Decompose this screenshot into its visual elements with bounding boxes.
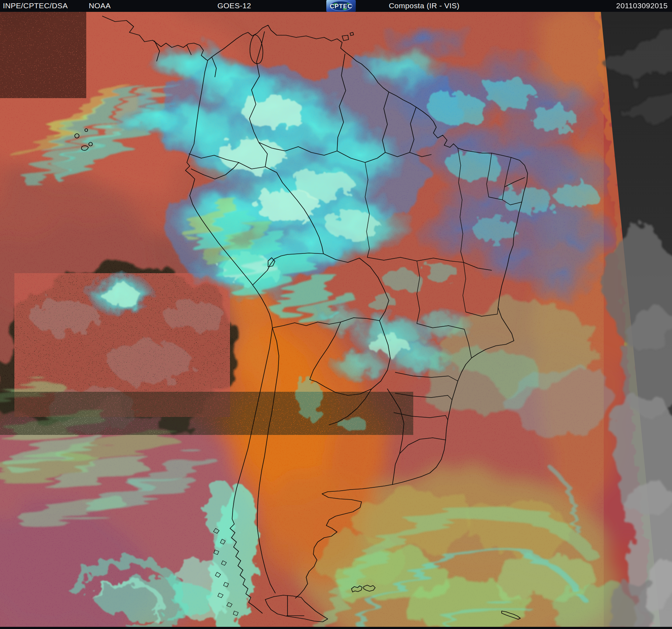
product-label: Composta (IR - VIS): [389, 1, 460, 10]
bottom-border-strip: [0, 627, 672, 629]
satellite-label: GOES-12: [217, 1, 251, 10]
header-bar: INPE/CPTEC/DSA NOAA GOES-12 CPTEC Compos…: [0, 0, 672, 12]
timestamp-label: 201103092015: [616, 1, 668, 10]
logo-text: CPTEC: [330, 3, 353, 10]
corner-black-speckle: [0, 12, 86, 98]
cptec-logo-icon: CPTEC: [326, 0, 356, 12]
yellow-grain-overlay: [0, 12, 604, 627]
noaa-label: NOAA: [89, 1, 111, 10]
satellite-product-page: INPE/CPTEC/DSA NOAA GOES-12 CPTEC Compos…: [0, 0, 672, 629]
satellite-composite-map: [0, 12, 672, 627]
agency-label: INPE/CPTEC/DSA: [3, 1, 68, 10]
